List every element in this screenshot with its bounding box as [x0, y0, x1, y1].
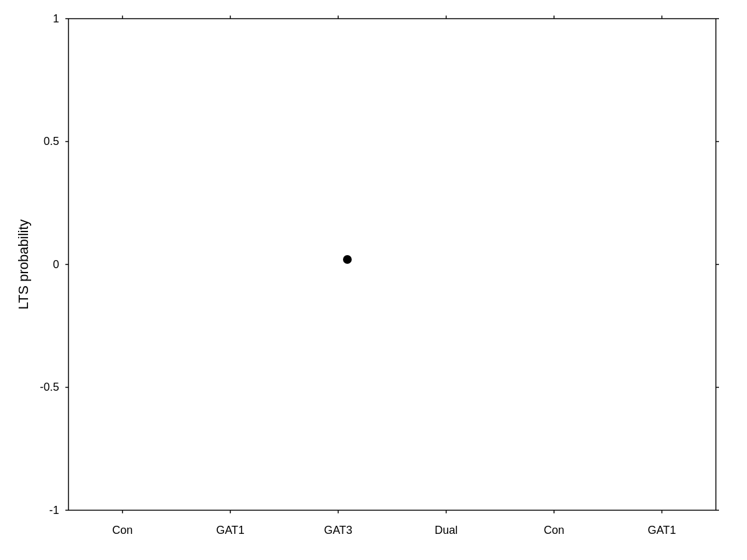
- y-tick-label-0: 0: [53, 258, 59, 271]
- data-point-gat3: [343, 255, 352, 264]
- chart-container: 1 0.5 0 -0.5 -1 Con GAT1: [0, 0, 747, 560]
- y-tick-label-1: 1: [53, 12, 59, 25]
- x-tick-label-dual: Dual: [435, 524, 458, 536]
- x-tick-label-gat1-2: GAT1: [647, 524, 676, 536]
- x-tick-label-gat1-1: GAT1: [216, 524, 245, 536]
- y-tick-label-05: 0.5: [44, 135, 59, 147]
- x-tick-label-con1: Con: [112, 524, 133, 536]
- y-tick-label--1: -1: [49, 504, 59, 516]
- x-tick-label-gat3: GAT3: [324, 524, 352, 536]
- x-tick-label-con2: Con: [543, 524, 564, 536]
- y-axis-label: LTS probability: [16, 219, 31, 309]
- y-tick-label--05: -0.5: [40, 381, 59, 393]
